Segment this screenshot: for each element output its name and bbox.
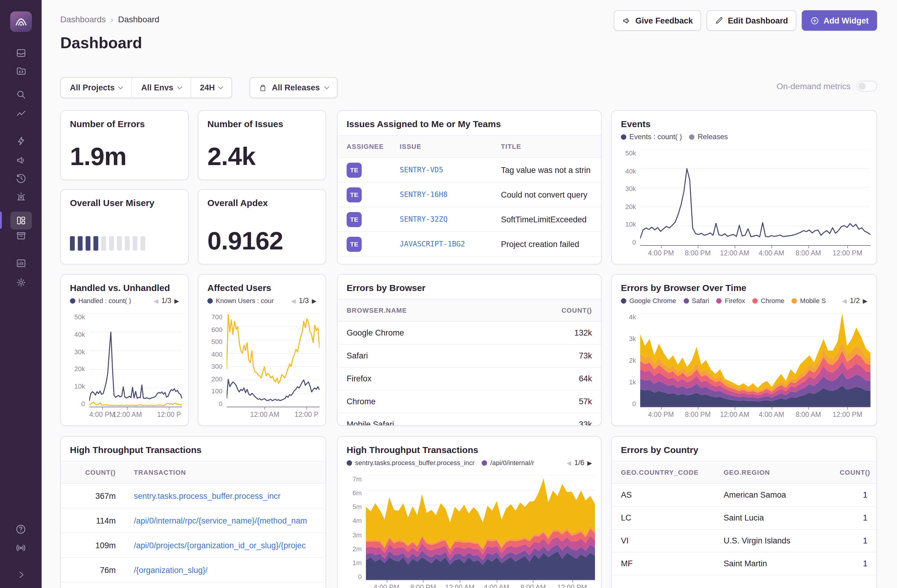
sidebar-item-search[interactable] bbox=[10, 87, 32, 102]
table-cell: 57k bbox=[547, 390, 601, 413]
table-link[interactable]: SENTRY-VD5 bbox=[400, 166, 443, 174]
date-range-filter[interactable]: 24H bbox=[190, 78, 232, 98]
widget-errors-by-country[interactable]: Errors by Country GEO.COUNTRY_CODEGEO.RE… bbox=[611, 436, 877, 588]
table-link[interactable]: /{organization_slug}/ bbox=[134, 565, 208, 574]
table-cell: 114m bbox=[61, 509, 125, 533]
toggle-knob bbox=[859, 82, 866, 90]
prev-page-icon[interactable]: ◀ bbox=[291, 297, 296, 304]
legend-item[interactable]: Releases bbox=[689, 133, 728, 141]
assignee-avatar[interactable]: TE bbox=[347, 212, 362, 227]
widget-apdex[interactable]: Overall Apdex 0.9162 bbox=[198, 189, 326, 264]
environment-filter[interactable]: All Envs bbox=[132, 78, 190, 98]
widget-high-throughput-table[interactable]: High Throughput Transactions COUNT()TRAN… bbox=[60, 436, 326, 588]
table-link[interactable]: sentry.tasks.process_buffer.process_incr bbox=[134, 491, 281, 500]
legend-dot-icon bbox=[752, 298, 758, 303]
table-cell: /api/0/projects/{organization_id_or_slug… bbox=[125, 533, 326, 558]
column-header[interactable]: ASSIGNEE bbox=[338, 135, 390, 158]
legend-item[interactable]: Handled : count( ) bbox=[70, 297, 131, 304]
legend-item[interactable]: /api/0/internal/r bbox=[482, 459, 534, 466]
legend-item[interactable]: Chrome bbox=[752, 297, 784, 304]
legend-item[interactable]: sentry.tasks.process_buffer.process_incr bbox=[347, 459, 475, 466]
assignee-avatar[interactable]: TE bbox=[347, 237, 362, 252]
column-header[interactable]: COUNT() bbox=[547, 299, 601, 322]
sidebar-item-help[interactable] bbox=[10, 521, 32, 537]
widget-user-misery[interactable]: Overall User Misery bbox=[60, 189, 189, 264]
y-tick-label: 1k bbox=[629, 378, 636, 386]
sentry-logo-icon[interactable] bbox=[10, 11, 32, 32]
column-header[interactable]: ISSUE bbox=[390, 135, 492, 158]
sidebar-item-performance[interactable] bbox=[10, 106, 32, 122]
column-header[interactable]: BROWSER.NAME bbox=[338, 299, 547, 322]
column-header[interactable]: GEO.COUNTRY_CODE bbox=[612, 461, 715, 484]
widget-errors-by-browser[interactable]: Errors by Browser BROWSER.NAMECOUNT()Goo… bbox=[337, 274, 602, 426]
column-header[interactable]: COUNT() bbox=[831, 461, 877, 484]
chevron-down-icon bbox=[118, 84, 123, 89]
breadcrumb-dashboards[interactable]: Dashboards bbox=[60, 14, 106, 24]
app-window: Dashboards › Dashboard Dashboard Give Fe… bbox=[0, 0, 897, 588]
sidebar-item-projects[interactable] bbox=[10, 63, 32, 79]
misery-segment bbox=[125, 236, 130, 250]
sidebar-item-stats[interactable] bbox=[10, 255, 32, 271]
widget-number-of-errors[interactable]: Number of Errors 1.9m bbox=[60, 110, 189, 180]
table-cell: LC bbox=[612, 507, 715, 530]
column-header[interactable]: COUNT() bbox=[61, 461, 125, 484]
legend-item[interactable]: Known Users : cour bbox=[207, 297, 274, 304]
sidebar-item-dashboards[interactable] bbox=[10, 211, 32, 229]
next-page-icon[interactable]: ▶ bbox=[588, 460, 592, 466]
prev-page-icon[interactable]: ◀ bbox=[842, 297, 846, 304]
on-demand-toggle[interactable] bbox=[857, 81, 877, 92]
y-tick-label: 200 bbox=[211, 375, 222, 383]
assignee-avatar[interactable]: TE bbox=[347, 187, 362, 202]
assignee-avatar[interactable]: TE bbox=[347, 162, 362, 177]
edit-dashboard-button[interactable]: Edit Dashboard bbox=[707, 10, 797, 31]
project-filter[interactable]: All Projects bbox=[61, 78, 132, 98]
legend-item[interactable]: Safari bbox=[683, 297, 709, 304]
x-tick-label: 8:00 PM bbox=[410, 584, 436, 588]
header-buttons: Give Feedback Edit Dashboard Add Widget bbox=[614, 10, 877, 31]
table-cell: 76m bbox=[61, 558, 125, 583]
pencil-icon bbox=[715, 16, 724, 25]
sidebar-item-replays[interactable] bbox=[10, 171, 32, 186]
y-axis-labels: 7006005004003002001000 bbox=[207, 313, 227, 407]
table-link[interactable]: /api/0/projects/{organization_id_or_slug… bbox=[134, 541, 306, 550]
table-link[interactable]: SENTRY-16H8 bbox=[400, 190, 448, 199]
legend-item[interactable]: Firefox bbox=[716, 297, 745, 304]
releases-filter[interactable]: All Releases bbox=[250, 77, 337, 98]
widget-affected-users[interactable]: Affected Users Known Users : cour◀1/3▶ 7… bbox=[198, 274, 326, 426]
table-cell: SENTRY-16H8 bbox=[390, 183, 492, 207]
sidebar-item-releases[interactable] bbox=[10, 228, 32, 243]
sidebar-item-starfish[interactable] bbox=[10, 133, 32, 149]
widget-events-chart[interactable]: Events Events : count( )Releases 50k40k3… bbox=[611, 110, 877, 264]
legend-dot-icon bbox=[482, 460, 487, 466]
table-link[interactable]: JAVASCRIPT-1BG2 bbox=[400, 240, 465, 248]
column-header[interactable]: GEO.REGION bbox=[715, 461, 831, 484]
legend-item[interactable]: Mobile S bbox=[791, 297, 826, 304]
legend-item[interactable]: Google Chrome bbox=[621, 297, 676, 304]
legend-item[interactable]: Events : count( ) bbox=[621, 133, 682, 141]
next-page-icon[interactable]: ▶ bbox=[863, 297, 868, 304]
sidebar-item-alerts[interactable] bbox=[10, 189, 32, 205]
next-page-icon[interactable]: ▶ bbox=[175, 297, 179, 304]
next-page-icon[interactable]: ▶ bbox=[312, 297, 317, 304]
widget-number-of-issues[interactable]: Number of Issues 2.4k bbox=[198, 110, 326, 180]
add-widget-button[interactable]: Add Widget bbox=[802, 10, 877, 31]
x-tick-label: 8:00 PM bbox=[685, 411, 711, 418]
widget-high-throughput-chart[interactable]: High Throughput Transactions sentry.task… bbox=[337, 436, 602, 588]
legend-pagination: ◀1/6▶ bbox=[566, 458, 592, 467]
widget-assigned-issues[interactable]: Issues Assigned to Me or My Teams ASSIGN… bbox=[337, 110, 602, 264]
table-link[interactable]: /api/0/internal/rpc/{service_name}/{meth… bbox=[134, 516, 307, 525]
sidebar-collapse-button[interactable] bbox=[10, 567, 32, 583]
table-link[interactable]: SENTRY-32ZQ bbox=[400, 215, 448, 223]
sidebar-item-user-feedback[interactable] bbox=[10, 153, 32, 168]
prev-page-icon[interactable]: ◀ bbox=[154, 297, 158, 304]
give-feedback-button[interactable]: Give Feedback bbox=[614, 10, 701, 31]
widget-errors-by-browser-over-time[interactable]: Errors by Browser Over Time Google Chrom… bbox=[611, 274, 877, 426]
sidebar-item-settings[interactable] bbox=[10, 275, 32, 290]
table-cell: Tag value was not a strin bbox=[492, 158, 601, 183]
sidebar-item-issues[interactable] bbox=[10, 45, 32, 61]
prev-page-icon[interactable]: ◀ bbox=[566, 460, 571, 466]
sidebar-item-broadcasts[interactable] bbox=[10, 540, 32, 556]
widget-handled-vs-unhandled[interactable]: Handled vs. Unhandled Handled : count( )… bbox=[60, 274, 189, 426]
column-header[interactable]: TITLE bbox=[492, 135, 601, 158]
column-header[interactable]: TRANSACTION bbox=[125, 461, 326, 484]
